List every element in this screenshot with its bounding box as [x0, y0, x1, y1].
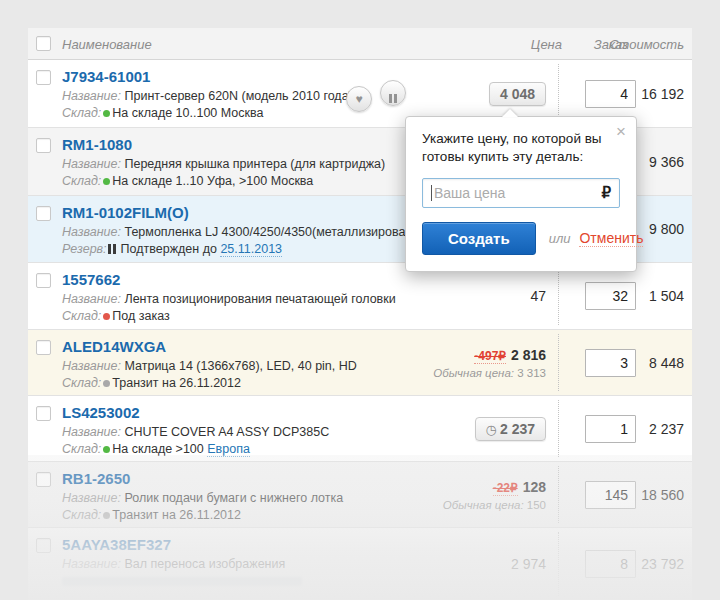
create-button[interactable]: Создать — [422, 222, 536, 255]
row-checkbox[interactable] — [36, 472, 51, 487]
table-header: Наименование Цена Заказ Стоимость — [28, 28, 692, 60]
column-separator — [558, 334, 559, 391]
discount-price-line: -497₽2 816 — [474, 346, 546, 364]
stock-status-dot — [103, 446, 110, 453]
row-info: RM1-0102FILM(O) Название: Термопленка LJ… — [62, 204, 422, 257]
part-number-link[interactable]: RM1-1080 — [62, 136, 132, 153]
price-badge[interactable]: ◷2 237 — [475, 417, 546, 441]
name-line: Название: Вал переноса изображения — [62, 557, 422, 571]
close-icon[interactable]: × — [616, 123, 626, 140]
stock-line: Склад:Транзит на 26.11.2012 — [62, 376, 422, 390]
stock-region-link[interactable]: Европа — [207, 442, 250, 457]
quantity-input[interactable] — [585, 80, 636, 108]
row-checkbox[interactable] — [36, 538, 51, 553]
discount-amount: -22₽ — [493, 481, 518, 496]
name-line: Название: Ролик подачи бумаги с нижнего … — [62, 491, 422, 505]
name-line: Название: Термопленка LJ 4300/4250/4350(… — [62, 225, 422, 239]
set-price-popup: × Укажите цену, по которой вы готовы куп… — [405, 116, 637, 272]
order-cell — [585, 415, 636, 443]
cost-value: 8 448 — [649, 355, 684, 371]
row-info: LS4253002 Название: CHUTE COVER A4 ASSY … — [62, 404, 422, 456]
stock-line: Склад:На складе >100 Европа — [62, 442, 422, 456]
order-cell — [585, 282, 636, 310]
part-number-link[interactable]: J7934-61001 — [62, 68, 150, 85]
regular-price-line: Обычная цена: 3 313 — [433, 367, 546, 379]
column-header-cost: Стоимость — [609, 37, 684, 52]
row-checkbox[interactable] — [36, 273, 51, 288]
table-row: ALED14WXGA Название: Матрица 14 (1366x76… — [28, 330, 692, 396]
popup-buttons: Создать или Отменить — [422, 222, 620, 255]
regular-price-line: Обычная цена: 150 — [443, 499, 546, 511]
table-row: LS4253002 Название: CHUTE COVER A4 ASSY … — [28, 396, 692, 462]
favorite-button[interactable]: ♥ — [346, 86, 372, 112]
row-checkbox[interactable] — [36, 70, 51, 85]
table-row: RB1-2650 Название: Ролик подачи бумаги с… — [28, 462, 692, 528]
select-all-checkbox[interactable] — [36, 36, 51, 51]
part-number-link[interactable]: 5AAYA38EF327 — [62, 536, 171, 553]
order-cell — [585, 481, 636, 509]
row-actions: ♥ — [346, 80, 410, 112]
cost-value: 23 792 — [641, 556, 684, 572]
stock-status-dot — [103, 110, 110, 117]
row-checkbox[interactable] — [36, 206, 51, 221]
price-cell: -497₽2 816 Обычная цена: 3 313 — [433, 330, 546, 395]
price-value: 128 — [523, 479, 546, 495]
cost-value: 9 800 — [649, 221, 684, 237]
faded-stock-line — [62, 577, 302, 586]
part-number-link[interactable]: LS4253002 — [62, 404, 140, 421]
cancel-link[interactable]: Отменить — [579, 230, 643, 247]
row-checkbox[interactable] — [36, 138, 51, 153]
price-value: 2 816 — [511, 347, 546, 363]
your-price-input[interactable] — [422, 178, 620, 208]
stock-status-dot — [103, 512, 110, 519]
row-checkbox[interactable] — [36, 406, 51, 421]
pause-button[interactable] — [380, 80, 406, 106]
column-separator — [558, 532, 559, 596]
reserve-line: Резерв:Подтвержден до 25.11.2013 — [62, 242, 422, 257]
price-cell: ◷2 237 — [475, 396, 546, 461]
stock-status-dot — [103, 178, 110, 185]
quantity-input[interactable] — [585, 349, 636, 377]
ruble-sign: ₽ — [601, 184, 611, 202]
cost-value: 16 192 — [641, 86, 684, 102]
cost-value: 1 504 — [649, 288, 684, 304]
row-info: RB1-2650 Название: Ролик подачи бумаги с… — [62, 470, 422, 522]
quantity-input[interactable] — [585, 415, 636, 443]
order-cell — [585, 349, 636, 377]
cost-value: 9 366 — [649, 154, 684, 170]
price-badge[interactable]: 4 048 — [489, 82, 546, 106]
part-number-link[interactable]: RM1-0102FILM(O) — [62, 204, 189, 221]
reserve-date-link[interactable]: 25.11.2013 — [220, 242, 282, 257]
popup-title: Укажите цену, по которой вы готовы купит… — [422, 130, 608, 166]
price-cell: 2 974 — [511, 528, 546, 600]
price-cell: -22₽128 Обычная цена: 150 — [443, 462, 546, 527]
popup-input-wrap: ₽ — [422, 178, 620, 208]
row-checkbox[interactable] — [36, 340, 51, 355]
stock-status-dot — [103, 313, 110, 320]
name-line: Название: Передняя крышка принтера (для … — [62, 157, 422, 171]
cost-value: 2 237 — [649, 421, 684, 437]
quantity-input[interactable] — [585, 481, 636, 509]
table-row: 1557662 Название: Лента позиционирования… — [28, 263, 692, 330]
pause-icon — [108, 243, 118, 257]
row-info: RM1-1080 Название: Передняя крышка принт… — [62, 136, 422, 188]
part-number-link[interactable]: RB1-2650 — [62, 470, 130, 487]
clock-icon: ◷ — [486, 422, 497, 437]
column-separator — [558, 267, 559, 325]
quantity-input[interactable] — [585, 282, 636, 310]
part-number-link[interactable]: 1557662 — [62, 271, 120, 288]
heart-icon: ♥ — [355, 92, 362, 106]
row-info: ALED14WXGA Название: Матрица 14 (1366x76… — [62, 338, 422, 390]
order-cell — [585, 550, 636, 578]
pause-icon — [388, 89, 398, 107]
parts-table: Наименование Цена Заказ Стоимость J7934-… — [28, 28, 692, 600]
order-cell — [585, 80, 636, 108]
quantity-input[interactable] — [585, 550, 636, 578]
part-number-link[interactable]: ALED14WXGA — [62, 338, 166, 355]
column-header-name: Наименование — [62, 37, 152, 52]
table-row: 5AAYA38EF327 Название: Вал переноса изоб… — [28, 528, 692, 600]
name-line: Название: Лента позиционирования печатаю… — [62, 292, 422, 306]
stock-line: Склад:На складе 1..10 Уфа, >100 Москва — [62, 174, 422, 188]
name-line: Название: Матрица 14 (1366x768), LED, 40… — [62, 359, 422, 373]
or-label: или — [549, 231, 571, 246]
